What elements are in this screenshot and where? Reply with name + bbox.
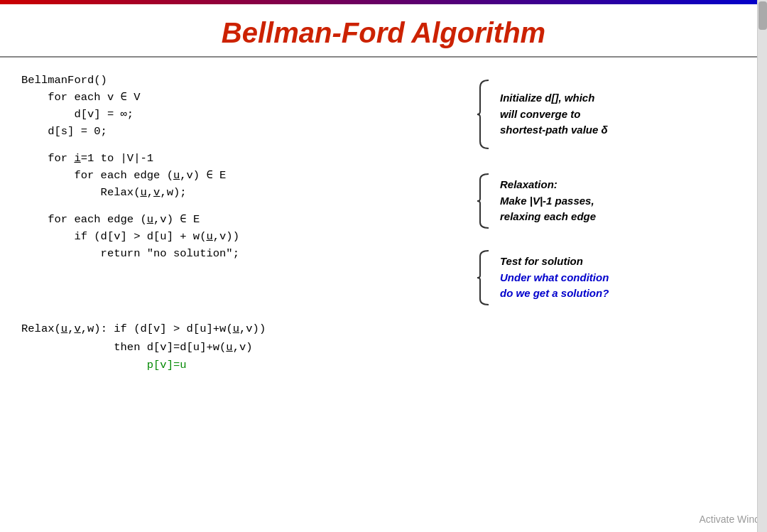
code-panel: BellmanFord() for each v ∈ V d[v] = ∞; d… [21,72,476,306]
scrollbar[interactable] [757,0,767,532]
annotations-panel: Initialize d[], which will converge to s… [476,72,746,306]
brace-svg-3 [476,249,493,306]
brace-3 [476,249,493,306]
watermark: Activate Wind [699,514,760,525]
main-content: BellmanFord() for each v ∈ V d[v] = ∞; d… [0,58,767,313]
ann1-line2: will converge to [500,107,608,123]
ann3-line3: do we get a solution? [500,286,609,302]
code-line-10: return "no solution"; [21,245,476,262]
code-line-1: BellmanFord() [21,72,476,89]
relax-section: Relax(u,v,w): if (d[v] > d[u]+w(u,v)) th… [0,313,767,389]
relax-line-3: p[v]=u [21,357,746,375]
title-area: Bellman-Ford Algorithm [0,4,767,58]
code-line-6: for each edge (u,v) ∈ E [21,167,476,184]
annotation-text-3: Test for solution Under what condition d… [500,249,609,306]
ann1-line3: shortest-path value δ [500,122,608,139]
annotation-block-3: Test for solution Under what condition d… [476,249,746,306]
brace-svg-1 [476,79,493,150]
brace-2 [476,173,493,229]
annotation-text-2: Relaxation: Make |V|-1 passes, relaxing … [500,173,596,229]
ann3-line2: Under what condition [500,270,609,286]
ann2-line3: relaxing each edge [500,209,596,225]
code-line-8: for each edge (u,v) ∈ E [21,211,476,228]
page-title: Bellman-Ford Algorithm [0,17,767,49]
ann3-line1: Test for solution [500,254,609,270]
ann2-line1: Relaxation: [500,177,596,193]
code-line-4: d[s] = 0; [21,123,476,140]
code-line-9: if (d[v] > d[u] + w(u,v)) [21,228,476,245]
brace-1 [476,79,493,150]
ann1-line1: Initialize d[], which [500,90,608,107]
relax-line-1: Relax(u,v,w): if (d[v] > d[u]+w(u,v)) [21,320,746,339]
annotation-block-2: Relaxation: Make |V|-1 passes, relaxing … [476,173,746,229]
ann2-line2: Make |V|-1 passes, [500,193,596,210]
spacer-2 [21,201,476,211]
scrollbar-thumb[interactable] [758,1,767,30]
brace-svg-2 [476,173,493,229]
code-line-2: for each v ∈ V [21,89,476,106]
spacer-1 [21,140,476,150]
code-line-5: for i=1 to |V|-1 [21,150,476,167]
code-line-3: d[v] = ∞; [21,106,476,123]
annotation-block-1: Initialize d[], which will converge to s… [476,79,746,150]
relax-line-2: then d[v]=d[u]+w(u,v) [21,339,746,357]
annotation-text-1: Initialize d[], which will converge to s… [500,79,608,150]
code-line-7: Relax(u,v,w); [21,184,476,201]
